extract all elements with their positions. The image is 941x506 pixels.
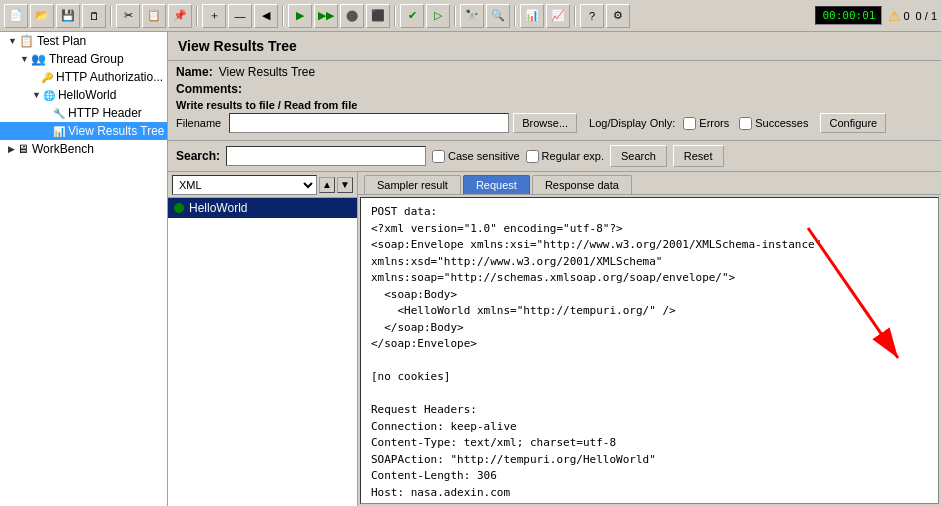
results-tree-icon: 📊 xyxy=(53,126,65,137)
tree-arrow-workbench: ▶ xyxy=(8,144,15,154)
results-area: XML JSON Text HTML ▲ ▼ HelloWorld xyxy=(168,172,941,506)
tree-item-http-header[interactable]: ▶ 🔧 HTTP Header xyxy=(0,104,167,122)
successes-checkbox-label[interactable]: Successes xyxy=(739,117,808,130)
toolbar-btn-extra1[interactable]: 📊 xyxy=(520,4,544,28)
filename-label: Filename xyxy=(176,117,221,129)
search-button[interactable]: Search xyxy=(610,145,667,167)
filename-input[interactable] xyxy=(229,113,509,133)
regular-exp-checkbox[interactable] xyxy=(526,150,539,163)
paste-button[interactable]: 📌 xyxy=(168,4,192,28)
warning-badge: ⚠ 0 xyxy=(888,8,909,24)
workbench-icon: 🖥 xyxy=(17,142,29,156)
errors-label: Errors xyxy=(699,117,729,129)
result-dot-hello-world xyxy=(174,203,184,213)
tab-response-data[interactable]: Response data xyxy=(532,175,632,194)
browse-button[interactable]: Browse... xyxy=(513,113,577,133)
open-button[interactable]: 📂 xyxy=(30,4,54,28)
copy-button[interactable]: 📋 xyxy=(142,4,166,28)
successes-label: Successes xyxy=(755,117,808,129)
help-button[interactable]: ? xyxy=(580,4,604,28)
tab-request-label: Request xyxy=(476,179,517,191)
errors-checkbox[interactable] xyxy=(683,117,696,130)
configure-button[interactable]: Configure xyxy=(820,113,886,133)
form-area: Name: View Results Tree Comments: Write … xyxy=(168,61,941,141)
detail-content: POST data: <?xml version="1.0" encoding=… xyxy=(360,197,939,504)
case-sensitive-label: Case sensitive xyxy=(448,150,520,162)
tab-response-data-label: Response data xyxy=(545,179,619,191)
list-scroll-down[interactable]: ▼ xyxy=(337,177,353,193)
stop-button[interactable]: ⬤ xyxy=(340,4,364,28)
name-row: Name: View Results Tree xyxy=(176,65,933,79)
name-value: View Results Tree xyxy=(219,65,316,79)
tab-request[interactable]: Request xyxy=(463,175,530,194)
sep3 xyxy=(282,6,284,26)
main-layout: ▼ 📋 Test Plan ▼ 👥 Thread Group ▶ 🔑 HTTP … xyxy=(0,32,941,506)
sep6 xyxy=(514,6,516,26)
panel-title: View Results Tree xyxy=(168,32,941,61)
binocular-button[interactable]: 🔭 xyxy=(460,4,484,28)
expand-button[interactable]: ＋ xyxy=(202,4,226,28)
toolbar-btn-extra2[interactable]: 📈 xyxy=(546,4,570,28)
tree-label-hello-world: HelloWorld xyxy=(58,88,116,102)
checkbox-group: Errors Successes xyxy=(683,117,808,130)
run-all-button[interactable]: ▶▶ xyxy=(314,4,338,28)
tree-item-thread-group[interactable]: ▼ 👥 Thread Group xyxy=(0,50,167,68)
left-panel: ▼ 📋 Test Plan ▼ 👥 Thread Group ▶ 🔑 HTTP … xyxy=(0,32,168,506)
panel-title-text: View Results Tree xyxy=(178,38,297,54)
sep2 xyxy=(196,6,198,26)
name-label: Name: xyxy=(176,65,213,79)
tree-label-http-header: HTTP Header xyxy=(68,106,142,120)
sep1 xyxy=(110,6,112,26)
settings-button[interactable]: ⚙ xyxy=(606,4,630,28)
tree-arrow-hello-world: ▼ xyxy=(32,90,41,100)
successes-checkbox[interactable] xyxy=(739,117,752,130)
collapse-button[interactable]: — xyxy=(228,4,252,28)
tree-item-http-auth[interactable]: ▶ 🔑 HTTP Authorizatio... xyxy=(0,68,167,86)
run-button[interactable]: ▶ xyxy=(288,4,312,28)
sep4 xyxy=(394,6,396,26)
results-list-header: XML JSON Text HTML ▲ ▼ xyxy=(168,172,357,198)
cut-button[interactable]: ✂ xyxy=(116,4,140,28)
toolbar: 📄 📂 💾 🗒 ✂ 📋 📌 ＋ — ◀ ▶ ▶▶ ⬤ ⬛ ✔ ▷ 🔭 🔍 📊 📈… xyxy=(0,0,941,32)
tree-item-hello-world[interactable]: ▼ 🌐 HelloWorld xyxy=(0,86,167,104)
errors-checkbox-label[interactable]: Errors xyxy=(683,117,729,130)
sep5 xyxy=(454,6,456,26)
search-label: Search: xyxy=(176,149,220,163)
case-sensitive-option[interactable]: Case sensitive xyxy=(432,150,520,163)
tab-sampler-result[interactable]: Sampler result xyxy=(364,175,461,194)
error-ratio-value: 0 / 1 xyxy=(916,10,937,22)
save-as-button[interactable]: 🗒 xyxy=(82,4,106,28)
detail-panel: Sampler result Request Response data POS… xyxy=(358,172,941,506)
prev-button[interactable]: ◀ xyxy=(254,4,278,28)
reset-button[interactable]: Reset xyxy=(673,145,724,167)
tree-arrow-test-plan: ▼ xyxy=(8,36,17,46)
filename-row: Filename Browse... Log/Display Only: Err… xyxy=(176,113,933,133)
tree-item-view-results-tree[interactable]: ▶ 📊 View Results Tree xyxy=(0,122,167,140)
test-plan-icon: 📋 xyxy=(19,34,34,48)
tree-item-test-plan[interactable]: ▼ 📋 Test Plan xyxy=(0,32,167,50)
next-button[interactable]: ▷ xyxy=(426,4,450,28)
http-header-icon: 🔧 xyxy=(53,108,65,119)
format-select[interactable]: XML JSON Text HTML xyxy=(172,175,317,195)
timer-display: 00:00:01 xyxy=(815,6,882,25)
validate-button[interactable]: ✔ xyxy=(400,4,424,28)
case-sensitive-checkbox[interactable] xyxy=(432,150,445,163)
comments-row: Comments: xyxy=(176,82,933,96)
search-tool-button[interactable]: 🔍 xyxy=(486,4,510,28)
tree-arrow-thread-group: ▼ xyxy=(20,54,29,64)
result-item-hello-world[interactable]: HelloWorld xyxy=(168,198,357,218)
tree-label-workbench: WorkBench xyxy=(32,142,94,156)
new-button[interactable]: 📄 xyxy=(4,4,28,28)
warning-icon: ⚠ xyxy=(888,8,901,24)
write-results-label: Write results to file / Read from file xyxy=(176,99,933,111)
save-button[interactable]: 💾 xyxy=(56,4,80,28)
tree-item-workbench[interactable]: ▶ 🖥 WorkBench xyxy=(0,140,167,158)
list-scroll-up[interactable]: ▲ xyxy=(319,177,335,193)
sep7 xyxy=(574,6,576,26)
search-row: Search: Case sensitive Regular exp. Sear… xyxy=(168,141,941,172)
log-display-label: Log/Display Only: xyxy=(589,117,675,129)
regular-exp-option[interactable]: Regular exp. xyxy=(526,150,604,163)
hello-world-icon: 🌐 xyxy=(43,90,55,101)
search-input[interactable] xyxy=(226,146,426,166)
stop-all-button[interactable]: ⬛ xyxy=(366,4,390,28)
